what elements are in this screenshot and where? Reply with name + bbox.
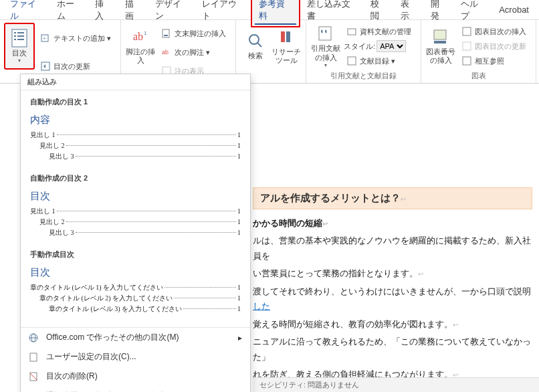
captions-group-label: 図表: [425, 70, 532, 82]
toc-dropdown-panel: 組み込み 自動作成の目次 1 内容 見出し 11 見出し 21 見出し 31 自…: [20, 74, 251, 392]
citations-group-label: 引用文献と文献目録: [310, 70, 417, 82]
toc-menu: Office.com で作ったその他の目次(M) ▸ ユーザー設定の目次(C).…: [21, 327, 250, 392]
svg-rect-23: [434, 30, 446, 39]
update-toc-button[interactable]: 目次の更新: [37, 59, 114, 74]
toc-remove-label: 目次の削除(R): [46, 371, 98, 382]
chevron-right-icon: ▸: [238, 333, 242, 342]
toc-auto2-title: 自動作成の目次 2: [30, 173, 241, 183]
endnote-icon: [161, 28, 172, 39]
svg-rect-27: [463, 57, 471, 65]
update-tof-icon: [461, 41, 472, 52]
svg-rect-24: [434, 41, 446, 43]
doc-link[interactable]: した: [253, 302, 270, 311]
tab-acrobat[interactable]: Acrobat: [492, 1, 536, 19]
svg-text:ab: ab: [162, 49, 169, 56]
insert-tof-label: 図表目次の挿入: [475, 27, 526, 37]
insert-endnote-button[interactable]: 文末脚注の挿入: [158, 26, 229, 41]
manage-sources-label: 資料文献の管理: [360, 27, 411, 37]
svg-rect-1: [14, 32, 16, 33]
add-text-label: テキストの追加: [53, 33, 105, 43]
style-label: スタイル:: [344, 41, 375, 52]
update-toc-icon: [40, 61, 51, 72]
toc-auto2-item[interactable]: 自動作成の目次 2 目次 見出し 11 見出し 21 見出し 31: [21, 169, 250, 246]
search-label: 検索: [248, 52, 263, 60]
tab-references[interactable]: 参考資料: [251, 0, 300, 27]
caption-icon: [431, 27, 450, 46]
svg-text:+: +: [43, 35, 46, 41]
ribbon-tabs: ファイル ホーム 挿入 描画 デザイン レイアウト 参考資料 差し込み文書 校閲…: [0, 0, 539, 20]
accessibility-status: セシビリティ: 問題ありません: [259, 381, 359, 389]
bibliography-label: 文献目録: [360, 56, 389, 66]
insert-footnote-button[interactable]: ab1 脚注の挿入: [125, 23, 156, 70]
add-text-button[interactable]: + テキストの追加 ▾: [37, 31, 114, 45]
toc-manual-title: 手動作成目次: [30, 250, 241, 260]
citation-icon: [316, 24, 335, 43]
next-footnote-button[interactable]: ab 次の脚注 ▾: [158, 45, 229, 60]
toc-more-office-item[interactable]: Office.com で作ったその他の目次(M) ▸: [21, 328, 250, 347]
bibliography-button[interactable]: 文献目録 ▾: [344, 54, 414, 68]
svg-rect-18: [281, 31, 285, 42]
svg-rect-12: [163, 29, 169, 37]
globe-icon: [29, 333, 41, 342]
manage-sources-button[interactable]: 資料文献の管理: [344, 24, 414, 39]
insert-caption-button[interactable]: 図表番号の挿入: [425, 23, 456, 70]
toc-button[interactable]: 目次 ▾: [4, 23, 35, 70]
svg-text:1: 1: [144, 30, 147, 36]
insert-endnote-label: 文末脚注の挿入: [175, 29, 226, 39]
insert-tof-button[interactable]: 図表目次の挿入: [459, 24, 529, 39]
group-index: 索引登録 索 索引: [536, 20, 539, 83]
search-icon: [246, 31, 265, 50]
svg-rect-4: [17, 35, 24, 37]
manage-sources-icon: [346, 26, 357, 37]
svg-rect-20: [319, 27, 331, 40]
insert-footnote-label: 脚注の挿入: [125, 47, 156, 65]
cross-ref-button[interactable]: 相互参照: [459, 54, 529, 68]
doc-p3a: ニュアルに沿って教えられるため、「この業務について教えていなかった」: [253, 334, 532, 365]
toc-remove-item[interactable]: 目次の削除(R): [21, 367, 250, 386]
toc-label: 目次: [12, 49, 27, 58]
add-text-icon: +: [40, 33, 51, 43]
svg-rect-34: [30, 353, 37, 361]
svg-point-16: [249, 35, 259, 44]
search-button[interactable]: 検索: [240, 23, 271, 70]
doc-sub1: かかる時間の短縮↩: [253, 217, 532, 229]
toc-auto2-preview-title: 目次: [30, 190, 241, 203]
doc-p1a: ルは、営業の基本や実践的なノウハウを網羅的に掲載するため、新入社員を: [253, 233, 532, 264]
doc-p2b: 覚える時間が短縮され、教育の効率化が図れます。↩: [253, 317, 532, 332]
document-area[interactable]: アルを作成するメリットとは？↩ かかる時間の短縮↩ ルは、営業の基本や実践的なノ…: [253, 87, 539, 392]
svg-rect-3: [14, 35, 16, 37]
toc-custom-item[interactable]: ユーザー設定の目次(C)...: [21, 347, 250, 367]
toc-gallery-scroll[interactable]: 自動作成の目次 1 内容 見出し 11 見出し 21 見出し 31 自動作成の目…: [21, 90, 250, 327]
research-icon: [277, 27, 296, 46]
doc-p2a: 渡してそれで終わり、というわけにはいきませんが、一から口頭で説明した: [253, 284, 532, 314]
svg-text:ab: ab: [133, 31, 143, 42]
status-bar: セシビリティ: 問題ありません: [253, 377, 539, 392]
svg-rect-19: [286, 31, 290, 42]
chevron-down-icon: ▾: [391, 57, 395, 66]
doc-p1b: い営業員にとって業務の指針となります。↩: [253, 266, 532, 282]
research-tool-label: リサーチツール: [271, 47, 302, 65]
insert-caption-label: 図表番号の挿入: [425, 47, 456, 65]
update-tof-button[interactable]: 図表目次の更新: [459, 39, 529, 54]
update-toc-label: 目次の更新: [53, 62, 90, 72]
toc-icon: [10, 29, 29, 47]
next-footnote-icon: ab: [161, 47, 172, 58]
research-tool-button[interactable]: リサーチツール: [271, 23, 302, 70]
citation-style-select[interactable]: APA: [376, 40, 406, 52]
svg-line-36: [30, 373, 37, 380]
toc-auto1-preview-title: 内容: [30, 114, 241, 126]
svg-rect-26: [463, 42, 471, 50]
doc-heading: アルを作成するメリットとは？: [260, 192, 401, 203]
insert-citation-button[interactable]: 引用文献の挿入 ▾: [310, 23, 341, 70]
doc-heading-box: アルを作成するメリットとは？↩: [253, 187, 532, 209]
document-icon: [29, 353, 41, 362]
update-tof-label: 図表目次の更新: [475, 41, 526, 52]
svg-rect-2: [17, 32, 24, 33]
insert-citation-label: 引用文献の挿入: [310, 44, 341, 62]
chevron-down-icon: ▾: [206, 48, 210, 57]
svg-line-17: [257, 43, 261, 47]
group-captions: 図表番号の挿入 図表目次の挿入 図表目次の更新 相互参照 図表: [421, 20, 536, 83]
toc-manual-item[interactable]: 手動作成目次 目次 章のタイトル (レベル 1) を入力してください1 章のタイ…: [21, 246, 250, 322]
group-citations: 引用文献の挿入 ▾ 資料文献の管理 スタイル: APA 文献目録 ▾: [306, 20, 421, 83]
toc-auto1-item[interactable]: 自動作成の目次 1 内容 見出し 11 見出し 21 見出し 31: [21, 93, 250, 169]
